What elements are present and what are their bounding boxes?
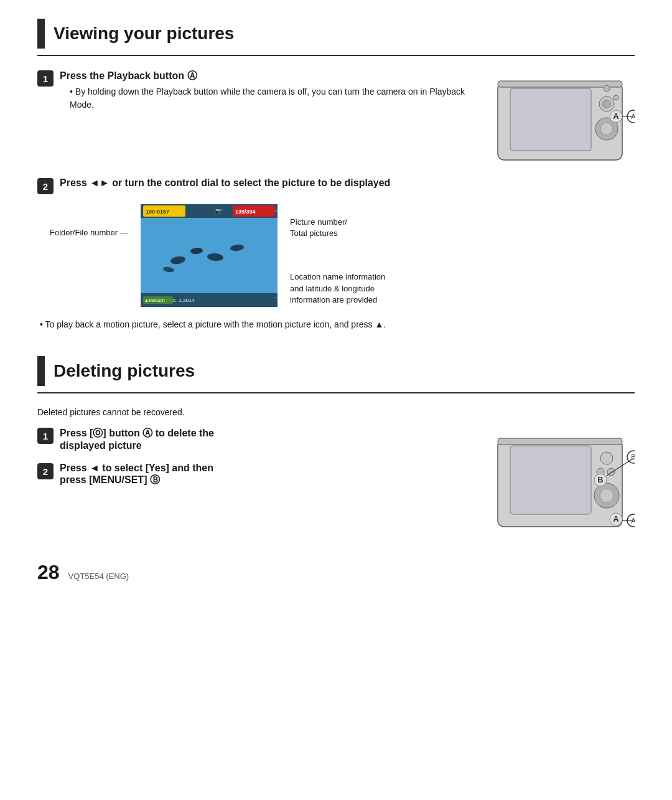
section1-step1-row: 1 Press the Playback button Ⓐ By holding… xyxy=(37,70,635,166)
section2-step1-row: 1 Press [ⓞ] button Ⓐ to delete the displ… xyxy=(37,427,473,454)
section2-step2-badge: 2 xyxy=(37,463,54,479)
svg-rect-34 xyxy=(510,446,591,514)
step2-row: 2 Press ◄► or turn the control dial to s… xyxy=(37,177,635,194)
section1-header: Viewing your pictures xyxy=(37,19,635,49)
svg-point-4 xyxy=(602,100,611,108)
svg-text:A: A xyxy=(631,517,635,524)
camera-back-illustration: A A xyxy=(492,70,635,166)
svg-text:📷: 📷 xyxy=(215,207,223,215)
deleted-warning: Deleted pictures cannot be recovered. xyxy=(37,407,635,417)
svg-text:B: B xyxy=(597,475,603,484)
step1-title: Press the Playback button Ⓐ xyxy=(60,70,473,83)
section2: Deleting pictures Deleted pictures canno… xyxy=(37,356,635,536)
svg-point-7 xyxy=(604,85,610,92)
svg-point-35 xyxy=(600,452,613,464)
page-code: VQT5E54 (ENG) xyxy=(68,572,129,581)
step2-badge: 2 xyxy=(37,178,54,194)
svg-text:A: A xyxy=(613,111,619,121)
section2-step1-title: Press [ⓞ] button Ⓐ to delete the display… xyxy=(60,427,473,451)
right-label-2: Location name information and latitude &… xyxy=(290,271,385,306)
page-footer: 28 VQT5E54 (ENG) xyxy=(37,561,635,584)
svg-point-37 xyxy=(600,489,614,502)
section2-step2-title: Press ◄ to select [Yes] and then press [… xyxy=(60,463,473,487)
section2-header: Deleting pictures xyxy=(37,356,635,386)
svg-text:100-0157: 100-0157 xyxy=(146,209,169,215)
page-number: 28 xyxy=(37,561,60,584)
svg-text:B: B xyxy=(631,453,635,461)
svg-rect-1 xyxy=(498,81,622,87)
section1-bar xyxy=(37,19,45,49)
folder-file-label: Folder/File number xyxy=(50,228,128,237)
step1-bullet1: By holding down the Playback button whil… xyxy=(70,85,473,111)
section2-rule xyxy=(37,392,635,393)
camera-back-illustration-2: B B A A xyxy=(492,427,635,536)
section1: Viewing your pictures 1 Press the Playba… xyxy=(37,19,635,331)
step1-badge: 1 xyxy=(37,70,54,87)
svg-point-6 xyxy=(600,123,613,135)
section1-rule xyxy=(37,55,635,56)
section2-title: Deleting pictures xyxy=(54,356,195,386)
section2-step2-row: 2 Press ◄ to select [Yes] and then press… xyxy=(37,463,473,489)
section2-step2-content: Press ◄ to select [Yes] and then press [… xyxy=(60,463,473,489)
section2-steps-row: 1 Press [ⓞ] button Ⓐ to delete the displ… xyxy=(37,427,635,536)
section2-bar xyxy=(37,356,45,386)
svg-point-8 xyxy=(614,95,618,100)
svg-rect-33 xyxy=(498,438,622,445)
svg-text:A: A xyxy=(613,514,619,524)
diagram-labels-right: Picture number/ Total pictures Location … xyxy=(290,204,385,306)
step2-content: Press ◄► or turn the control dial to sel… xyxy=(60,177,635,191)
section1-note: To play back a motion picture, select a … xyxy=(40,318,635,331)
section2-step1-content: Press [ⓞ] button Ⓐ to delete the display… xyxy=(60,427,473,454)
right-label-1: Picture number/ Total pictures xyxy=(290,217,385,239)
diagram-section: Folder/File number 100-0157 139/394 📷 xyxy=(37,204,635,307)
section2-steps-left: 1 Press [ⓞ] button Ⓐ to delete the displ… xyxy=(37,427,473,498)
section1-step1-left: 1 Press the Playback button Ⓐ By holding… xyxy=(37,70,473,120)
step2-title: Press ◄► or turn the control dial to sel… xyxy=(60,177,635,189)
diagram-labels-left: Folder/File number xyxy=(50,204,128,237)
svg-text:139/394: 139/394 xyxy=(235,209,256,215)
section2-step1-badge: 1 xyxy=(37,428,54,444)
svg-rect-2 xyxy=(510,88,591,151)
section1-title: Viewing your pictures xyxy=(54,19,234,49)
diagram-screen-svg: 100-0157 139/394 📷 AM10:00 DEC. 1,2014 ▲… xyxy=(141,204,278,307)
svg-text:A: A xyxy=(631,113,635,120)
step1-content: Press the Playback button Ⓐ By holding d… xyxy=(60,70,473,111)
step1-row: 1 Press the Playback button Ⓐ By holding… xyxy=(37,70,473,111)
diagram-container: Folder/File number 100-0157 139/394 📷 xyxy=(50,204,635,307)
svg-text:▲Retouch: ▲Retouch xyxy=(144,298,165,303)
